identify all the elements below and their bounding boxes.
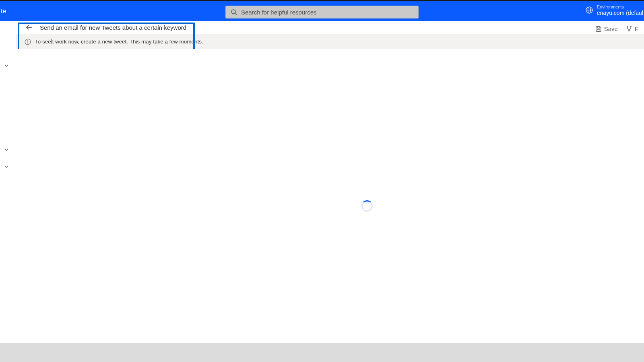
flow-titlebar: Send an email for new Tweets about a cer… bbox=[16, 21, 644, 34]
bottom-band bbox=[0, 343, 644, 362]
environment-label: Environments bbox=[597, 4, 643, 10]
loading-spinner bbox=[361, 200, 373, 212]
search-box[interactable] bbox=[225, 6, 419, 19]
brand-text-fragment: te bbox=[0, 8, 6, 15]
left-rail-sliver bbox=[0, 49, 15, 362]
save-icon bbox=[595, 26, 602, 32]
chevron-down-icon[interactable] bbox=[4, 147, 9, 152]
designer-canvas[interactable] bbox=[15, 49, 644, 362]
text-cursor bbox=[52, 39, 52, 44]
svg-point-12 bbox=[27, 40, 28, 41]
spinner-icon bbox=[361, 200, 373, 212]
info-text-after: t work now, create a new tweet. This may… bbox=[52, 39, 203, 45]
info-icon bbox=[25, 39, 31, 45]
flow-title[interactable]: Send an email for new Tweets about a cer… bbox=[40, 24, 186, 31]
environment-name: enayu.com (defaul bbox=[597, 10, 643, 16]
search-input[interactable] bbox=[241, 9, 413, 16]
info-text-before: To see bbox=[35, 39, 51, 45]
flow-checker-icon bbox=[626, 26, 632, 32]
app-header: te Environments enayu.com (defaul bbox=[0, 1, 644, 21]
environment-text: Environments enayu.com (defaul bbox=[597, 4, 643, 16]
svg-point-0 bbox=[231, 10, 235, 14]
globe-icon bbox=[586, 6, 593, 14]
search-icon bbox=[231, 9, 237, 15]
save-button[interactable]: Save bbox=[592, 24, 621, 34]
svg-rect-6 bbox=[597, 29, 600, 31]
info-text: To seet work now, create a new tweet. Th… bbox=[35, 39, 203, 45]
chevron-down-icon[interactable] bbox=[4, 164, 9, 169]
save-label: Save bbox=[604, 25, 618, 32]
environment-picker[interactable]: Environments enayu.com (defaul bbox=[586, 4, 643, 16]
svg-line-1 bbox=[235, 13, 237, 15]
flow-checker-label-fragment: F bbox=[635, 25, 638, 32]
info-bar: To seet work now, create a new tweet. Th… bbox=[16, 34, 644, 49]
arrow-left-icon bbox=[26, 24, 33, 31]
flow-checker-button[interactable]: F bbox=[623, 24, 642, 34]
svg-rect-7 bbox=[597, 27, 599, 28]
back-button[interactable] bbox=[25, 23, 34, 32]
title-actions: Save F bbox=[592, 24, 642, 34]
chevron-down-icon[interactable] bbox=[4, 63, 9, 68]
